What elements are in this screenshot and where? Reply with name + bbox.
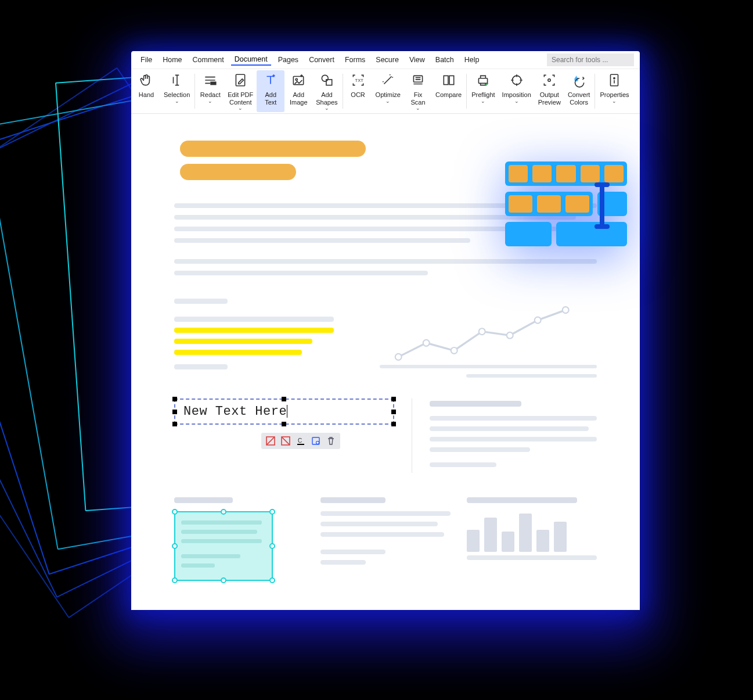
object-properties-button[interactable] (310, 435, 322, 447)
ocr-label: OCR (351, 91, 365, 99)
line-chart-placeholder (380, 299, 597, 375)
crosshair-icon (509, 73, 524, 90)
text-box-content: New Text Here (183, 404, 287, 419)
flip-vertical-button[interactable] (280, 435, 291, 447)
delete-button[interactable] (325, 435, 337, 447)
menu-bar: File Home Comment Document Pages Convert… (131, 51, 640, 69)
svg-text:TXT: TXT (355, 78, 363, 83)
imposition-tool[interactable]: Imposition ⌄ (499, 70, 535, 112)
ribbon-toolbar: Hand Selection ⌄ Redact ⌄ Edit PDF Conte… (131, 69, 640, 114)
left-column (174, 299, 352, 375)
chevron-down-icon: ⌄ (238, 106, 243, 111)
properties-label: Properties (600, 91, 629, 99)
edit-pdf-label: Edit PDF Content (228, 91, 253, 106)
add-text-icon (263, 73, 278, 90)
svg-text:C: C (298, 437, 302, 444)
search-input[interactable] (547, 53, 634, 66)
add-image-tool[interactable]: Add Image (284, 70, 312, 112)
svg-point-14 (614, 78, 615, 79)
svg-rect-10 (479, 78, 488, 84)
menu-convert[interactable]: Convert (305, 55, 338, 65)
menu-pages[interactable]: Pages (275, 55, 302, 65)
chevron-down-icon: ⌄ (514, 99, 519, 104)
chevron-down-icon: ⌄ (175, 99, 179, 104)
svg-point-20 (535, 317, 541, 324)
svg-point-21 (563, 307, 569, 313)
chevron-down-icon: ⌄ (416, 106, 420, 111)
chevron-down-icon: ⌄ (325, 106, 329, 111)
svg-line-25 (282, 437, 289, 444)
add-text-tool[interactable]: Add Text (257, 70, 284, 112)
convert-colors-tool[interactable]: Convert Colors (564, 70, 594, 112)
redact-label: Redact (200, 91, 221, 99)
redact-icon (203, 73, 218, 90)
menu-home[interactable]: Home (159, 55, 185, 65)
menu-view[interactable]: View (406, 55, 428, 65)
add-shapes-label: Add Shapes (316, 91, 337, 106)
svg-point-4 (322, 75, 328, 81)
properties-tool[interactable]: Properties ⌄ (596, 70, 632, 112)
selected-shape-block[interactable] (174, 497, 304, 581)
menu-comment[interactable]: Comment (189, 55, 228, 65)
shapes-icon (319, 73, 334, 90)
selection-tool[interactable]: Selection ⌄ (160, 70, 193, 112)
preflight-tool[interactable]: Preflight ⌄ (468, 70, 498, 112)
fix-scan-tool[interactable]: Fix Scan ⌄ (404, 70, 432, 112)
ocr-tool[interactable]: TXT OCR (344, 70, 372, 112)
menu-file[interactable]: File (137, 55, 156, 65)
fix-scan-label: Fix Scan (410, 91, 425, 106)
svg-rect-27 (297, 444, 304, 445)
title-highlight-2 (180, 164, 296, 180)
svg-point-15 (395, 354, 402, 360)
add-shapes-tool[interactable]: Add Shapes ⌄ (312, 70, 341, 112)
right-text-block (430, 399, 597, 473)
imposition-label: Imposition (502, 91, 531, 99)
color-swap-icon (571, 73, 586, 90)
hand-label: Hand (139, 91, 154, 99)
menu-secure[interactable]: Secure (372, 55, 402, 65)
scanner-icon (410, 73, 426, 90)
menu-batch[interactable]: Batch (432, 55, 457, 65)
chevron-down-icon: ⌄ (481, 99, 485, 104)
preflight-label: Preflight (471, 91, 495, 99)
compare-tool[interactable]: Compare (432, 70, 465, 112)
magic-wand-icon (380, 73, 395, 90)
selection-label: Selection (164, 91, 190, 99)
title-highlight-1 (180, 141, 366, 157)
chevron-down-icon: ⌄ (612, 99, 617, 104)
hand-icon (139, 73, 154, 90)
compare-label: Compare (435, 91, 462, 99)
svg-point-12 (548, 79, 550, 81)
svg-point-17 (451, 347, 457, 354)
svg-point-19 (507, 332, 513, 339)
menu-document[interactable]: Document (231, 54, 271, 66)
svg-point-18 (479, 329, 485, 335)
font-color-button[interactable]: C (295, 435, 307, 447)
svg-point-11 (512, 76, 521, 84)
table-layout-widget[interactable] (505, 161, 627, 252)
svg-rect-7 (413, 76, 422, 82)
optimize-label: Optimize (376, 91, 401, 99)
redact-tool[interactable]: Redact ⌄ (196, 70, 224, 112)
optimize-tool[interactable]: Optimize ⌄ (372, 70, 404, 112)
edit-pdf-content-tool[interactable]: Edit PDF Content ⌄ (224, 70, 257, 112)
bar-chart-placeholder (467, 497, 597, 581)
menu-forms[interactable]: Forms (341, 55, 369, 65)
svg-line-23 (267, 437, 274, 444)
flip-horizontal-button[interactable] (265, 435, 276, 447)
output-preview-tool[interactable]: Output Preview (535, 70, 564, 112)
svg-rect-9 (449, 76, 454, 84)
text-cursor-icon (593, 182, 611, 229)
svg-point-3 (296, 78, 297, 80)
new-text-box[interactable]: New Text Here (174, 399, 394, 425)
menu-help[interactable]: Help (461, 55, 483, 65)
output-preview-icon (542, 73, 557, 90)
add-text-label: Add Text (265, 91, 276, 106)
svg-point-16 (423, 340, 430, 346)
output-preview-label: Output Preview (538, 91, 561, 106)
text-cursor-icon (170, 73, 185, 90)
add-image-label: Add Image (290, 91, 308, 106)
hand-tool[interactable]: Hand (132, 70, 160, 112)
ocr-icon: TXT (351, 73, 366, 90)
svg-rect-0 (211, 82, 216, 84)
